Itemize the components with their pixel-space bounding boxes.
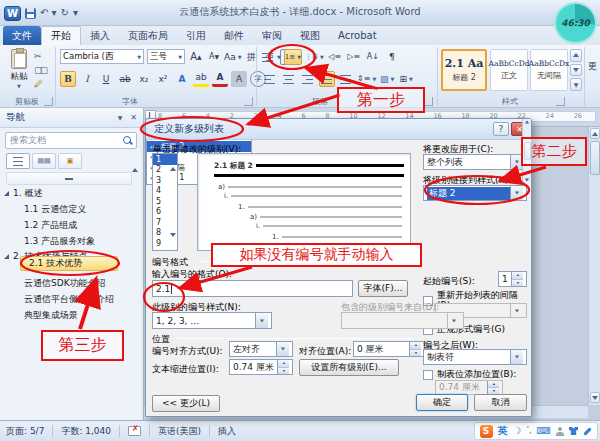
number-format-input[interactable]: 2.1 — [152, 280, 353, 297]
nav-item-scenarios[interactable]: 典型集成场景 — [24, 308, 78, 323]
sort-icon[interactable]: A↓ — [365, 49, 381, 65]
level-scroll-up-icon[interactable] — [170, 156, 176, 167]
ime-punctuation-icon[interactable]: ’, — [526, 427, 531, 435]
multilevel-list-icon[interactable]: ⋮≣▼ — [305, 49, 324, 65]
clipboard-dialog-launcher[interactable] — [44, 97, 53, 106]
ime-fullhalf-icon[interactable]: ☽ — [513, 426, 522, 436]
search-icon[interactable] — [123, 136, 132, 145]
sogou-logo-icon[interactable]: S — [480, 425, 493, 438]
scroll-down-icon[interactable] — [590, 392, 600, 403]
nav-item-2-1-active[interactable]: 2.1 技术优势 — [20, 256, 118, 271]
style-no-spacing[interactable]: AaBbCcDx 无间隔 — [530, 49, 568, 91]
font-size-combo[interactable]: 三号▼ — [147, 49, 185, 64]
line-spacing-icon[interactable]: ⇕≡▼ — [357, 71, 376, 87]
set-all-levels-button[interactable]: 设置所有级别(E)... — [299, 359, 399, 376]
paragraph-dialog-launcher[interactable] — [424, 97, 433, 106]
distribute-icon[interactable] — [338, 71, 354, 87]
insert-mode-indicator[interactable]: 插入 — [218, 425, 236, 438]
format-painter-icon[interactable]: 🖉 — [34, 78, 48, 90]
ime-softkeyboard-icon[interactable]: ⌨ — [537, 426, 551, 436]
change-case-icon[interactable]: Aa▼ — [224, 49, 242, 65]
level-option[interactable]: 6 — [153, 207, 177, 218]
align-left-icon[interactable] — [262, 71, 278, 87]
ok-button[interactable]: 确定 — [416, 394, 468, 411]
styles-scroll-down-icon[interactable] — [570, 64, 582, 77]
level-listbox[interactable]: 1 2 3 4 5 6 7 8 9 — [152, 153, 178, 251]
link-style-combo[interactable]: 标题 2 — [423, 185, 527, 201]
font-color-icon[interactable]: A — [212, 71, 228, 87]
less-button[interactable]: << 更少(L) — [152, 395, 220, 412]
dialog-help-icon[interactable]: ? — [493, 122, 509, 136]
collapse-icon[interactable] — [4, 191, 9, 196]
ime-skin-icon[interactable] — [569, 427, 578, 435]
font-name-combo[interactable]: Cambria (西▼ — [60, 49, 144, 64]
styles-scroll-up-icon[interactable] — [570, 49, 582, 62]
phonetic-guide-icon[interactable]: 拼 — [244, 49, 260, 65]
text-effects-icon[interactable]: A — [174, 71, 190, 87]
bullets-icon[interactable]: ▼ — [262, 49, 281, 65]
highlight-color-icon[interactable]: ab — [193, 71, 209, 87]
font-dialog-launcher[interactable] — [244, 97, 253, 106]
tab-acrobat[interactable]: Acrobat — [329, 26, 386, 45]
level-option[interactable]: 5 — [153, 196, 177, 207]
strikethrough-button[interactable]: ab — [117, 71, 133, 87]
dialog-title-bar[interactable]: 定义新多级列表 — [146, 119, 531, 140]
cut-icon[interactable]: ✂ — [34, 50, 48, 62]
tab-file[interactable]: 文件 — [3, 26, 41, 45]
nav-tab-headings[interactable] — [6, 153, 30, 169]
italic-button[interactable]: I — [79, 71, 95, 87]
shrink-font-icon[interactable]: A▼ — [206, 49, 222, 65]
level-option[interactable]: 4 — [153, 186, 177, 197]
tab-page-layout[interactable]: 页面布局 — [119, 26, 177, 45]
tab-review[interactable]: 审阅 — [253, 26, 291, 45]
level-option[interactable]: 7 — [153, 217, 177, 228]
align-right-icon[interactable] — [300, 71, 316, 87]
align-combo[interactable]: 左对齐 — [229, 341, 293, 357]
ime-language-icon[interactable]: 英 — [498, 426, 508, 436]
superscript-button[interactable]: x² — [155, 71, 171, 87]
vertical-scrollbar[interactable] — [588, 127, 600, 405]
language-indicator[interactable]: 英语(美国) — [158, 425, 201, 438]
level-option[interactable]: 3 — [153, 175, 177, 186]
nav-options-icon[interactable]: ▼ — [118, 114, 123, 121]
nav-item-platform[interactable]: 云通信平台侧能力介绍 — [24, 292, 114, 307]
follow-number-combo[interactable]: 制表符 — [423, 349, 527, 365]
justify-icon[interactable] — [319, 71, 335, 87]
apply-to-combo[interactable]: 整个列表 — [423, 154, 527, 170]
char-shading-icon[interactable]: A — [231, 71, 247, 87]
nav-item-1-3[interactable]: 1.3 产品服务对象 — [24, 234, 95, 249]
tab-view[interactable]: 视图 — [291, 26, 329, 45]
bold-button[interactable]: B — [60, 71, 76, 87]
cancel-button[interactable]: 取消 — [474, 394, 527, 411]
tab-insert[interactable]: 插入 — [81, 26, 119, 45]
nav-close-icon[interactable]: ✕ — [130, 113, 137, 122]
subscript-button[interactable]: x₂ — [136, 71, 152, 87]
increase-indent-icon[interactable]: ▷≡ — [346, 49, 362, 65]
nav-tab-results[interactable]: ▣ — [58, 153, 82, 169]
ime-settings-icon[interactable] — [583, 427, 591, 435]
start-at-spinner[interactable]: 1 — [498, 271, 527, 287]
align-pos-spinner[interactable]: 0 厘米 — [353, 341, 425, 357]
page-indicator[interactable]: 页面: 5/7 — [6, 425, 44, 438]
style-heading2[interactable]: 2.1 Aa 标题 2 — [441, 49, 487, 91]
proofing-status-icon[interactable]: ✗ — [128, 426, 141, 436]
tab-home[interactable]: 开始 — [41, 26, 81, 45]
collapse-icon[interactable] — [4, 254, 9, 259]
ime-account-icon[interactable] — [556, 427, 564, 436]
document-search-box[interactable]: 搜索文档 — [5, 132, 137, 149]
nav-jump-top-item[interactable] — [6, 172, 132, 185]
styles-more-icon[interactable]: ▼ — [570, 78, 582, 91]
checkbox-icon[interactable] — [423, 370, 433, 380]
underline-button[interactable]: U — [98, 71, 114, 87]
nav-tab-pages[interactable]: ▤▤ — [32, 153, 56, 169]
change-styles-partial[interactable]: 更 — [588, 60, 597, 73]
scroll-up-icon[interactable] — [590, 128, 600, 139]
style-normal[interactable]: AaBbCcDd 正文 — [490, 49, 528, 91]
borders-icon[interactable]: ⊞▼ — [398, 71, 414, 87]
numbering-icon[interactable]: 1≡▼ — [284, 49, 302, 65]
grow-font-icon[interactable]: A▲ — [188, 49, 204, 65]
styles-dialog-launcher[interactable] — [556, 97, 565, 106]
nav-item-1-1[interactable]: 1.1 云通信定义 — [24, 202, 86, 217]
copy-icon[interactable]: ▢▢ — [34, 64, 48, 76]
tab-mailings[interactable]: 邮件 — [215, 26, 253, 45]
